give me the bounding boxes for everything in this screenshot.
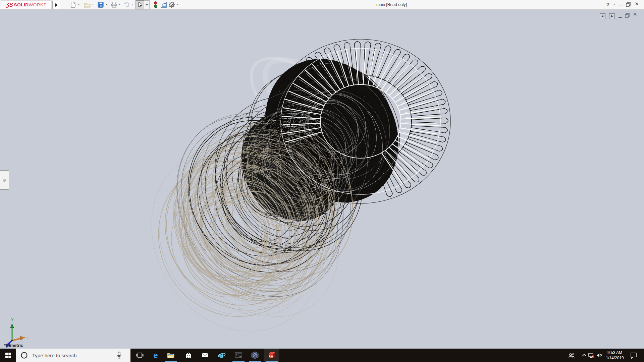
tray-date: 1/14/2019: [603, 355, 627, 361]
action-center-icon: [630, 352, 637, 359]
print-icon: [110, 1, 118, 8]
tray-people-button[interactable]: [568, 349, 575, 362]
pane-left-button[interactable]: [600, 13, 605, 19]
open-caret[interactable]: [92, 4, 94, 5]
pane-right-button[interactable]: [609, 13, 615, 19]
taskbar-app-task-view[interactable]: [132, 349, 147, 362]
open-button[interactable]: [83, 1, 91, 9]
document-restore-button[interactable]: [625, 13, 630, 19]
save-caret[interactable]: [105, 4, 107, 5]
logo-text-light: WORKS: [29, 2, 47, 7]
flyout-arrow-icon: [55, 3, 58, 7]
microphone-icon[interactable]: [115, 351, 123, 359]
task-view-icon: [136, 351, 144, 360]
doc-restore-icon: [625, 13, 630, 18]
taskbar-app-command-prompt[interactable]: C:\: [231, 349, 246, 362]
taskbar-app-edrawings[interactable]: [248, 349, 262, 362]
help-caret[interactable]: [613, 4, 615, 5]
svg-text:C:\: C:\: [236, 354, 239, 356]
volume-muted-icon: [596, 352, 603, 359]
cortana-circle-icon: [20, 351, 28, 359]
display-options-button[interactable]: [160, 1, 168, 9]
people-icon: [568, 352, 575, 359]
settings-button[interactable]: [168, 1, 176, 9]
taskbar-app-file-explorer[interactable]: [163, 349, 178, 362]
tray-time: 9:53 AM: [603, 350, 627, 355]
undo-caret[interactable]: [131, 4, 133, 5]
taskbar-app-mail[interactable]: [198, 349, 212, 362]
internet-explorer-icon: e: [217, 351, 226, 360]
new-document-button[interactable]: [69, 1, 77, 9]
network-disconnected-icon: [588, 352, 595, 359]
svg-text:e: e: [219, 351, 223, 360]
collapsed-panel-tab[interactable]: [0, 170, 9, 190]
gear-icon: [168, 1, 175, 8]
window-minimize-button[interactable]: [619, 5, 623, 5]
window-title: main [Read-only]: [376, 2, 407, 7]
svg-text:e: e: [153, 351, 158, 360]
help-button[interactable]: ?: [606, 1, 609, 7]
menu-flyout-button[interactable]: [52, 1, 60, 9]
traffic-light-icon: [153, 1, 158, 8]
tray-chevron-up-button[interactable]: [581, 349, 588, 362]
logo-mark: ƷS: [6, 2, 13, 8]
windows-taskbar: eeC:\SW2017 9:53 AM 1/14/2019: [0, 349, 644, 362]
solidworks-2017-icon: SW2017: [267, 351, 276, 360]
cursor-arrow-icon: [137, 2, 143, 8]
search-input[interactable]: [32, 352, 113, 359]
engine-wireframe: [0, 9, 644, 349]
logo-text-bold: SOLID: [14, 2, 29, 7]
triad-x-label: X: [26, 336, 29, 340]
document-close-button[interactable]: ✕: [633, 11, 637, 17]
arrow-right-icon: [610, 15, 613, 18]
window-close-button[interactable]: ✕: [635, 1, 639, 7]
svg-text:2017: 2017: [269, 357, 273, 359]
taskbar-search[interactable]: [16, 349, 130, 362]
windows-logo-icon: [5, 353, 11, 358]
store-icon: [184, 351, 193, 360]
arrow-left-icon: [601, 15, 604, 18]
undo-button[interactable]: [123, 1, 131, 9]
save-button[interactable]: [97, 1, 105, 9]
print-caret[interactable]: [119, 4, 121, 5]
view-orientation-label: *Dimetric: [4, 343, 23, 348]
chevron-up-icon: [581, 352, 588, 359]
rebuild-button[interactable]: [152, 1, 160, 9]
open-icon: [84, 1, 91, 8]
mail-icon: [201, 351, 209, 360]
caret-icon: [146, 4, 148, 6]
command-prompt-icon: C:\: [234, 351, 243, 360]
file-explorer-icon: [166, 351, 175, 360]
tray-network-disconnected-button[interactable]: [588, 349, 595, 362]
document-minimize-button[interactable]: [619, 17, 622, 18]
save-icon: [97, 1, 104, 8]
restore-icon: [626, 2, 631, 7]
undo-icon: [123, 1, 130, 8]
new-document-icon: [70, 1, 76, 8]
triad-y-label: Y: [11, 318, 14, 322]
titlebar: ƷS SOLID WORKS: [0, 0, 644, 10]
edge-icon: e: [151, 351, 160, 360]
select-tool-button[interactable]: [136, 0, 145, 9]
settings-caret[interactable]: [177, 4, 179, 5]
graphics-viewport[interactable]: ✕ Y X Z *Dimetric: [0, 9, 644, 349]
tray-volume-muted-button[interactable]: [596, 349, 603, 362]
taskbar-app-solidworks-2017[interactable]: SW2017: [264, 349, 279, 362]
edrawings-icon: [251, 351, 259, 360]
select-tool-caret[interactable]: [144, 0, 150, 9]
taskbar-app-edge[interactable]: e: [148, 349, 163, 362]
panel-tab-dot-icon: [3, 179, 6, 182]
window-restore-button[interactable]: [626, 2, 631, 8]
start-button[interactable]: [0, 349, 16, 362]
taskbar-app-internet-explorer[interactable]: e: [214, 349, 229, 362]
action-center-button[interactable]: [628, 349, 639, 362]
tray-clock[interactable]: 9:53 AM 1/14/2019: [603, 350, 627, 361]
new-document-caret[interactable]: [78, 4, 80, 5]
taskbar-app-store[interactable]: [181, 349, 196, 362]
print-button[interactable]: [110, 1, 118, 9]
solidworks-logo: ƷS SOLID WORKS: [1, 0, 52, 9]
list-panel-icon: [160, 1, 167, 8]
